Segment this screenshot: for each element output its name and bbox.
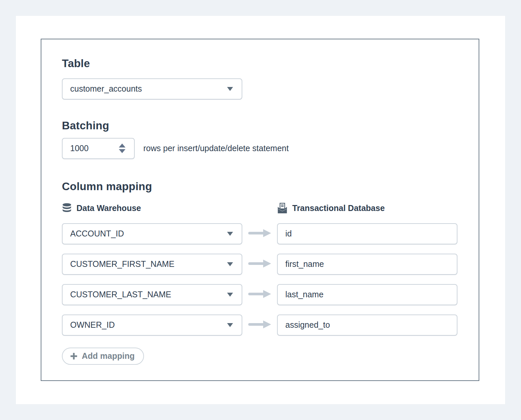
caret-down-icon: [227, 293, 233, 297]
mapping-row: CUSTOMER_FIRST_NAME: [62, 254, 458, 275]
content-card: Table customer_accounts Batching 1000 ro…: [16, 16, 505, 404]
mapping-row: CUSTOMER_LAST_NAME: [62, 284, 458, 305]
database-icon: [62, 203, 72, 214]
table-select-value: customer_accounts: [70, 84, 142, 94]
open-envelope-icon: [277, 203, 288, 214]
target-column-input[interactable]: [277, 223, 457, 244]
plus-icon: [70, 352, 78, 360]
mapping-column-headers: Data Warehouse Tran: [62, 203, 458, 214]
right-arrow-icon: [248, 229, 272, 239]
target-column-input[interactable]: [277, 254, 457, 275]
page-background: Table customer_accounts Batching 1000 ro…: [0, 0, 521, 420]
source-column-header-label: Data Warehouse: [76, 203, 141, 213]
add-mapping-button[interactable]: Add mapping: [62, 348, 144, 365]
caret-down-icon: [227, 262, 233, 266]
caret-down-icon: [227, 87, 233, 91]
caret-down-icon: [227, 323, 233, 327]
stepper-down-icon[interactable]: [119, 149, 125, 153]
column-mapping-heading: Column mapping: [62, 180, 458, 193]
source-column-select[interactable]: CUSTOMER_LAST_NAME: [62, 284, 242, 305]
target-column-input[interactable]: [277, 284, 457, 305]
batch-size-stepper[interactable]: 1000: [62, 138, 135, 159]
target-column-header: Transactional Database: [277, 203, 457, 214]
batch-unit-description: rows per insert/update/delete statement: [143, 144, 289, 153]
table-select[interactable]: customer_accounts: [62, 78, 242, 100]
source-column-select[interactable]: ACCOUNT_ID: [62, 223, 242, 244]
right-arrow-icon: [248, 289, 272, 300]
mapping-row: OWNER_ID: [62, 315, 458, 336]
source-column-value: CUSTOMER_FIRST_NAME: [70, 259, 174, 269]
target-column-input[interactable]: [277, 315, 457, 336]
right-arrow-icon: [248, 259, 272, 270]
batch-size-value: 1000: [70, 144, 89, 153]
source-column-header: Data Warehouse: [62, 203, 242, 214]
batching-section-heading: Batching: [62, 119, 458, 132]
source-column-value: OWNER_ID: [70, 320, 115, 330]
sync-config-panel: Table customer_accounts Batching 1000 ro…: [41, 39, 479, 381]
source-column-value: ACCOUNT_ID: [70, 229, 124, 238]
source-column-select[interactable]: OWNER_ID: [62, 315, 242, 336]
source-column-value: CUSTOMER_LAST_NAME: [70, 290, 171, 299]
mapping-row: ACCOUNT_ID: [62, 223, 458, 244]
right-arrow-icon: [248, 320, 272, 330]
table-section-heading: Table: [62, 57, 458, 70]
source-column-select[interactable]: CUSTOMER_FIRST_NAME: [62, 254, 242, 275]
target-column-header-label: Transactional Database: [292, 203, 385, 213]
caret-down-icon: [227, 232, 233, 236]
stepper-up-icon[interactable]: [119, 144, 125, 147]
add-mapping-button-label: Add mapping: [82, 351, 135, 361]
